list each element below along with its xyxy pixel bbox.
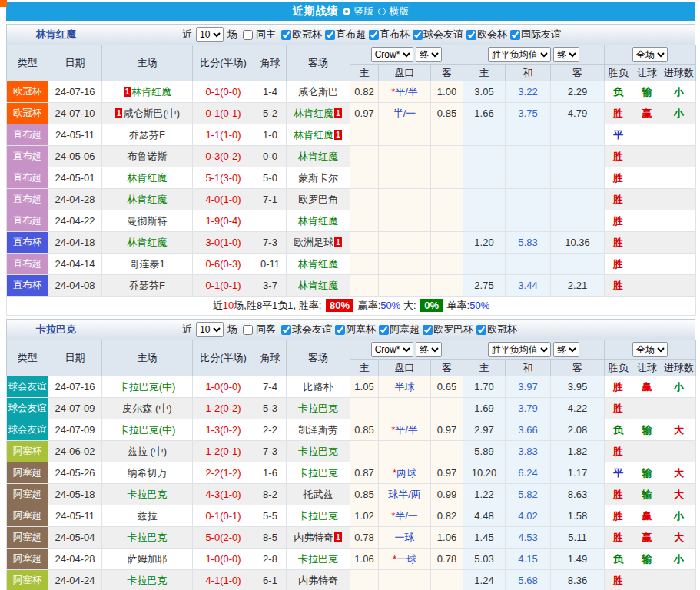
competition-checkbox[interactable] <box>476 325 486 335</box>
competition-filter[interactable]: 欧冠杯 <box>278 28 322 41</box>
summary-segment: 50% <box>380 300 400 311</box>
result-cell: 胜 <box>605 441 632 462</box>
handicap-result-cell: 输 <box>632 462 662 484</box>
avg-home-odds <box>463 189 506 210</box>
competition-checkbox[interactable] <box>281 325 291 335</box>
competition-filter[interactable]: 直布杯 <box>366 28 410 41</box>
away-team-name: 蒙斯卡尔 <box>298 172 338 184</box>
competition-checkbox[interactable] <box>335 325 345 335</box>
col-home: 主场 <box>102 340 193 376</box>
col-corner: 角球 <box>254 340 287 376</box>
odds-away <box>431 275 463 297</box>
match-count-select[interactable]: 10 <box>196 322 224 337</box>
competition-checkbox[interactable] <box>369 30 379 40</box>
away-team-name: 欧罗巴角 <box>298 194 338 205</box>
away-team: 林肯红魔1 <box>287 103 350 124</box>
home-team-name: 林肯红魔 <box>131 86 171 98</box>
avg-home-odds: 4.48 <box>463 505 506 527</box>
away-team: 林肯红魔 <box>287 210 350 232</box>
competition-filter[interactable]: 欧罗巴杯 <box>420 323 473 336</box>
same-venue-checkbox[interactable] <box>243 325 253 335</box>
competition-checkbox[interactable] <box>510 30 520 40</box>
competition-checkbox[interactable] <box>325 30 335 40</box>
competition-checkbox[interactable] <box>281 30 291 40</box>
odds-away <box>431 167 463 189</box>
odds-company-select[interactable]: Crow* <box>371 342 413 357</box>
avg-away-odds: 3.95 <box>551 376 605 398</box>
same-venue-checkbox[interactable] <box>243 30 253 40</box>
home-team: 1咸仑斯巴(中) <box>102 103 193 124</box>
match-count-select[interactable]: 10 <box>196 27 224 42</box>
odds-handicap <box>379 441 431 462</box>
match-score: 1-2(0-1) <box>193 441 254 462</box>
odds-home <box>350 570 379 590</box>
away-team: 内弗特奇1 <box>287 527 350 549</box>
summary-segment: 单率: <box>444 300 469 311</box>
scope-select[interactable]: 全场 <box>632 47 668 62</box>
competition-checkbox[interactable] <box>466 30 476 40</box>
result-cell: 胜 <box>605 189 632 210</box>
away-team: 欧罗巴角 <box>287 189 350 210</box>
competition-filter[interactable]: 球会友谊 <box>410 28 463 41</box>
handicap-result-cell: 输 <box>632 549 662 570</box>
away-team: 林肯红魔 <box>287 275 350 297</box>
avg-select[interactable]: 胜平负均值 <box>488 342 551 357</box>
home-team: 1林肯红魔 <box>102 81 193 103</box>
avg-home-odds: 2.97 <box>463 419 506 441</box>
away-team-name: 卡拉巴克 <box>298 403 338 414</box>
match-row: 欧冠杯24-07-101咸仑斯巴(中)0-1(0-1)5-2林肯红魔10.97半… <box>7 103 696 124</box>
competition-checkbox[interactable] <box>379 325 389 335</box>
odds-company-select[interactable]: Crow* <box>371 47 413 62</box>
away-team: 卡拉巴克 <box>287 505 350 527</box>
competition-filter[interactable]: 球会友谊 <box>278 323 332 336</box>
subcol-avg-home: 主 <box>463 360 506 376</box>
competition-filter[interactable]: 欧冠杯 <box>473 323 517 336</box>
horizontal-layout-radio[interactable] <box>378 8 386 15</box>
away-team-name: 凯泽斯劳 <box>298 424 338 436</box>
match-row: 直布超24-04-14哥连泰10-6(0-3)0-11林肯红魔胜 <box>7 254 696 275</box>
vertical-layout-radio[interactable] <box>343 8 350 15</box>
scope-select[interactable]: 全场 <box>632 342 668 357</box>
match-row: 直布超24-04-22曼彻斯特1-9(0-4)林肯红魔胜 <box>7 210 696 232</box>
competition-checkbox[interactable] <box>423 325 433 335</box>
same-venue-label: 同客 <box>256 323 276 336</box>
handicap-result-cell: 赢 <box>632 505 662 527</box>
avg-time-select[interactable]: 终 <box>553 47 579 62</box>
match-score: 4-1(1-0) <box>193 570 254 590</box>
away-team-name: 比路朴 <box>304 381 333 393</box>
match-row: 阿塞杯24-06-02兹拉 (中)1-2(0-1)7-3卡拉巴克5.893.83… <box>7 441 696 462</box>
corner-score: 7-3 <box>254 441 287 462</box>
games-label: 场 <box>227 28 237 41</box>
match-date: 24-05-11 <box>48 124 102 146</box>
odds-time-select[interactable]: 终 <box>416 47 442 62</box>
filters: 近 10 场 同主 欧冠杯直布超直布杯球会友谊欧会杯国际友谊 <box>182 27 561 42</box>
avg-select[interactable]: 胜平负均值 <box>488 47 551 62</box>
match-row: 直布超24-05-06布鲁诺斯0-3(0-2)0-0林肯红魔胜 <box>7 146 696 167</box>
odds-time-select[interactable]: 终 <box>416 342 442 357</box>
home-team-name: 林肯红魔 <box>128 172 168 184</box>
competition-filter[interactable]: 阿塞超 <box>376 323 420 336</box>
goals-result-cell: 大 <box>662 462 696 484</box>
goals-result-cell <box>662 441 696 462</box>
odds-handicap: 一球 <box>379 527 431 549</box>
match-date: 24-05-11 <box>48 505 102 527</box>
home-team: 皮尔森 (中) <box>102 398 193 419</box>
match-date: 24-05-04 <box>48 527 102 549</box>
away-team-name: 林肯红魔 <box>298 151 338 162</box>
col-home: 主场 <box>102 45 193 81</box>
result-cell: 平 <box>605 462 632 484</box>
avg-time-select[interactable]: 终 <box>553 342 579 357</box>
competition-filter[interactable]: 国际友谊 <box>507 28 561 41</box>
result-cell: 胜 <box>605 484 632 505</box>
result-cell: 胜 <box>605 103 632 124</box>
competition-filter[interactable]: 欧会杯 <box>463 28 507 41</box>
match-date: 24-05-26 <box>48 462 102 484</box>
odds-away: 0.82 <box>431 505 463 527</box>
competition-filter[interactable]: 阿塞杯 <box>332 323 376 336</box>
competition-label: 球会友谊 <box>423 28 463 41</box>
competition-checkbox[interactable] <box>413 30 423 40</box>
match-type-badge: 直布超 <box>7 146 48 167</box>
competition-filter[interactable]: 直布超 <box>322 28 366 41</box>
home-team-name: 乔瑟芬F <box>129 129 165 141</box>
match-score: 1-3(0-2) <box>193 419 254 441</box>
